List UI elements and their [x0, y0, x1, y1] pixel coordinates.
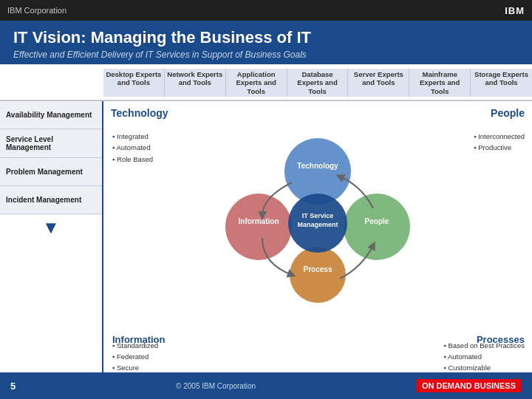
svg-text:Management: Management [297, 221, 338, 228]
availability-management[interactable]: Availability Management [0, 101, 102, 129]
information-bullets: Standardized Federated Secure [112, 340, 158, 374]
circle-diagram-svg: Technology People Process Information IT… [218, 131, 417, 308]
technology-label: Technology [111, 107, 168, 119]
svg-text:Technology: Technology [297, 162, 338, 170]
svg-text:People: People [365, 217, 389, 225]
company-name: IBM Corporation [7, 6, 66, 15]
svg-point-4 [290, 247, 346, 303]
col-application: Application Experts and Tools [226, 69, 287, 97]
svg-text:Process: Process [304, 265, 332, 273]
col-database: Database Experts and Tools [287, 69, 349, 97]
page-subtitle: Effective and Efficient Delivery of IT S… [13, 50, 519, 60]
down-arrow-icon: ▼ [0, 214, 102, 241]
svg-point-6 [225, 194, 292, 260]
service-level-management[interactable]: Service Level Management [0, 129, 102, 158]
col-mainframe: Mainframe Experts and Tools [409, 69, 471, 97]
ibm-logo: IBM [505, 5, 525, 16]
title-section: IT Vision: Managing the Business of IT E… [0, 21, 532, 64]
header-bar: IBM Corporation IBM [0, 0, 532, 21]
problem-management[interactable]: Problem Management [0, 158, 102, 186]
people-label: People [491, 107, 525, 119]
people-bullets: Interconnected Productive [474, 131, 525, 153]
info-bullet-federated: Federated [112, 351, 158, 362]
copyright: © 2005 IBM Corporation [176, 382, 256, 390]
page-title: IT Vision: Managing the Business of IT [13, 28, 519, 47]
people-bullet-productive: Productive [474, 142, 525, 153]
tech-bullet-integrated: Integrated [112, 131, 153, 142]
footer: 5 © 2005 IBM Corporation ON DEMAND BUSIN… [0, 372, 532, 399]
tech-bullet-rolebased: Role Based [112, 154, 153, 165]
incident-management[interactable]: Incident Management [0, 186, 102, 214]
col-desktop: Desktop Experts and Tools [103, 69, 165, 97]
process-bullet-bestpractices: Based on Best Practices [443, 340, 525, 351]
col-network: Network Experts and Tools [165, 69, 226, 97]
svg-text:IT Service: IT Service [302, 212, 334, 219]
columns-area: Desktop Experts and Tools Network Expert… [0, 64, 532, 101]
svg-text:Information: Information [239, 217, 279, 225]
diagram-area: Technology Integrated Automated Role Bas… [103, 101, 532, 382]
svg-point-2 [344, 194, 410, 260]
col-storage: Storage Experts and Tools [471, 69, 532, 97]
brand-logo: ON DEMAND BUSINESS [416, 379, 522, 392]
info-bullet-standardized: Standardized [112, 340, 158, 351]
process-bullet-automated: Automated [443, 351, 525, 362]
page-number: 5 [10, 381, 16, 392]
processes-bullets: Based on Best Practices Automated Custom… [443, 340, 525, 374]
people-bullet-interconnected: Interconnected [474, 131, 525, 142]
process-bullet-customizable: Customizable [443, 362, 525, 373]
tech-bullet-automated: Automated [112, 142, 153, 153]
col-server: Server Experts and Tools [348, 69, 409, 97]
content-layout: Availability Management Service Level Ma… [0, 101, 532, 382]
left-sidebar: Availability Management Service Level Ma… [0, 101, 103, 382]
technology-bullets: Integrated Automated Role Based [112, 131, 153, 165]
info-bullet-secure: Secure [112, 362, 158, 373]
